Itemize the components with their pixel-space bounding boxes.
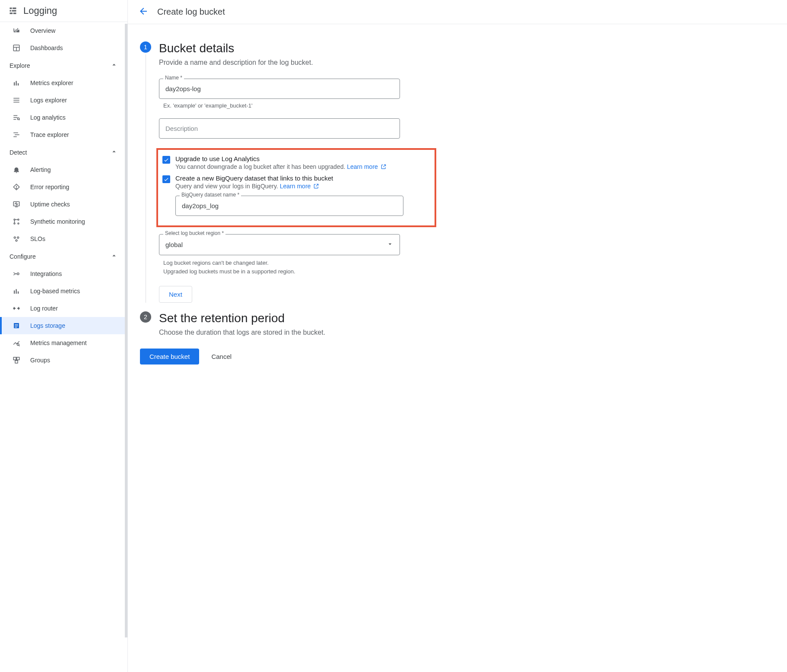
- analytics-highlight-box: Upgrade to use Log Analytics You cannot …: [156, 148, 436, 227]
- bigquery-checkbox-row[interactable]: Create a new BigQuery dataset that links…: [162, 174, 430, 190]
- bigquery-learn-more-link[interactable]: Learn more: [280, 183, 319, 190]
- nav-label: Overview: [30, 27, 55, 34]
- svg-rect-40: [16, 289, 17, 294]
- nav-section-detect[interactable]: Detect: [0, 143, 127, 161]
- section-label: Configure: [10, 253, 36, 260]
- trace-explorer-icon: [12, 130, 21, 139]
- nav-section-configure[interactable]: Configure: [0, 247, 127, 265]
- sidebar-item-log-based-metrics[interactable]: Log-based metrics: [0, 282, 127, 300]
- chevron-up-icon: [110, 148, 118, 157]
- external-link-icon: [381, 164, 387, 170]
- nav-label: Synthetic monitoring: [30, 218, 85, 225]
- bigquery-helper: Query and view your logs in BigQuery. Le…: [175, 183, 430, 190]
- description-input[interactable]: [159, 118, 400, 139]
- svg-rect-44: [15, 326, 18, 326]
- nav-label: Logs storage: [30, 322, 65, 329]
- next-button[interactable]: Next: [159, 286, 192, 303]
- groups-icon: [12, 356, 21, 365]
- bigquery-checkbox[interactable]: [162, 175, 170, 183]
- svg-rect-15: [13, 115, 17, 116]
- sidebar-title: Logging: [23, 5, 57, 16]
- svg-point-34: [14, 237, 16, 238]
- upgrade-checkbox[interactable]: [162, 156, 170, 164]
- create-bucket-button[interactable]: Create bucket: [140, 349, 199, 365]
- sidebar-item-log-router[interactable]: Log router: [0, 300, 127, 317]
- svg-rect-13: [13, 100, 19, 101]
- svg-point-36: [16, 240, 17, 241]
- sidebar-item-overview[interactable]: Overview: [0, 22, 127, 39]
- svg-line-47: [19, 345, 19, 346]
- svg-rect-49: [17, 357, 19, 360]
- region-helper: Log bucket regions can't be changed late…: [163, 259, 548, 276]
- back-arrow-icon[interactable]: [138, 6, 149, 18]
- nav-label: Integrations: [30, 270, 62, 277]
- svg-rect-48: [13, 357, 16, 360]
- sidebar-item-dashboards[interactable]: Dashboards: [0, 39, 127, 57]
- sidebar-item-logs-explorer[interactable]: Logs explorer: [0, 92, 127, 109]
- external-link-icon: [313, 183, 319, 189]
- svg-point-35: [17, 237, 19, 238]
- upgrade-checkbox-row[interactable]: Upgrade to use Log Analytics You cannot …: [162, 155, 430, 170]
- log-analytics-icon: [12, 113, 21, 122]
- sidebar-item-synthetic-monitoring[interactable]: Synthetic monitoring: [0, 213, 127, 230]
- upgrade-learn-more-link[interactable]: Learn more: [347, 163, 386, 170]
- step-1-subtitle: Provide a name and description for the l…: [159, 59, 548, 67]
- step-1: 1 Bucket details Provide a name and desc…: [140, 41, 548, 303]
- step-1-title: Bucket details: [159, 41, 548, 55]
- sidebar-item-alerting[interactable]: Alerting: [0, 161, 127, 178]
- svg-point-25: [16, 188, 17, 189]
- svg-rect-21: [15, 134, 19, 135]
- sidebar-item-groups[interactable]: Groups: [0, 352, 127, 369]
- topbar: Create log bucket: [128, 0, 787, 24]
- bq-dataset-field: BigQuery dataset name *: [175, 196, 403, 216]
- bq-dataset-input[interactable]: [175, 196, 403, 216]
- sidebar-item-error-reporting[interactable]: Error reporting: [0, 178, 127, 196]
- sidebar-item-metrics-explorer[interactable]: Metrics explorer: [0, 74, 127, 92]
- svg-rect-0: [10, 8, 12, 9]
- dashboards-icon: [12, 44, 21, 52]
- svg-point-28: [14, 219, 15, 220]
- svg-rect-2: [10, 10, 11, 11]
- sidebar-item-logs-storage[interactable]: Logs storage: [0, 317, 127, 334]
- step-2: 2 Set the retention period Choose the du…: [140, 311, 548, 336]
- nav-label: Metrics management: [30, 339, 87, 346]
- sidebar-item-slos[interactable]: SLOs: [0, 230, 127, 247]
- nav-label: Trace explorer: [30, 131, 69, 138]
- logs-storage-icon: [12, 321, 21, 330]
- sidebar-header: Logging: [0, 0, 127, 22]
- sidebar-item-integrations[interactable]: Integrations: [0, 265, 127, 282]
- svg-point-29: [18, 219, 19, 220]
- svg-point-30: [14, 223, 15, 224]
- logging-product-icon: [9, 6, 17, 15]
- sidebar-item-metrics-management[interactable]: Metrics management: [0, 334, 127, 352]
- nav-label: Error reporting: [30, 184, 69, 190]
- region-value: global: [165, 241, 183, 248]
- svg-rect-14: [13, 102, 19, 103]
- nav-label: Uptime checks: [30, 201, 70, 208]
- region-select[interactable]: global: [159, 234, 400, 255]
- page-title: Create log bucket: [157, 7, 225, 17]
- step-badge-2: 2: [140, 311, 151, 323]
- uptime-checks-icon: [12, 200, 21, 209]
- svg-rect-4: [10, 13, 13, 14]
- dropdown-arrow-icon: [387, 241, 394, 249]
- logs-explorer-icon: [12, 96, 21, 105]
- description-field: [159, 118, 400, 139]
- svg-rect-45: [15, 327, 17, 327]
- svg-rect-1: [13, 8, 16, 9]
- svg-point-37: [17, 273, 19, 275]
- section-label: Detect: [10, 149, 27, 156]
- sidebar: Logging Overview Dashboards Explore Metr…: [0, 0, 128, 672]
- sidebar-item-trace-explorer[interactable]: Trace explorer: [0, 126, 127, 143]
- error-reporting-icon: [12, 183, 21, 191]
- log-based-metrics-icon: [12, 287, 21, 295]
- name-input[interactable]: [159, 79, 400, 99]
- cancel-button[interactable]: Cancel: [211, 353, 232, 360]
- nav-label: Log-based metrics: [30, 288, 80, 295]
- sidebar-item-uptime-checks[interactable]: Uptime checks: [0, 196, 127, 213]
- nav-label: Metrics explorer: [30, 79, 73, 86]
- bq-dataset-label: BigQuery dataset name *: [180, 192, 241, 198]
- chevron-up-icon: [110, 61, 118, 70]
- sidebar-item-log-analytics[interactable]: Log analytics: [0, 109, 127, 126]
- nav-section-explore[interactable]: Explore: [0, 57, 127, 74]
